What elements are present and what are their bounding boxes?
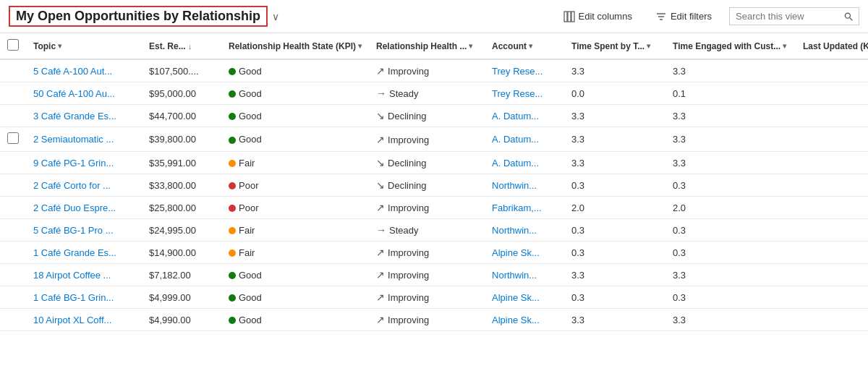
topic-link[interactable]: 18 Airpot Coffee ... <box>33 270 111 281</box>
time-spent-value: 0.3 <box>564 174 665 197</box>
th-time-spent-label: Time Spent by T... <box>571 41 644 51</box>
trend-arrow-icon: → <box>376 224 386 236</box>
trend-arrow-icon: ↗ <box>376 314 385 325</box>
select-all-checkbox[interactable] <box>7 39 19 51</box>
svg-rect-1 <box>568 12 571 22</box>
revenue-value: $44,700.00 <box>142 105 221 127</box>
time-engaged-value: 3.3 <box>665 264 796 286</box>
topic-link[interactable]: 9 Café PG-1 Grin... <box>33 158 114 168</box>
time-engaged-value: 3.3 <box>665 127 796 152</box>
time-spent-value: 3.3 <box>564 152 665 174</box>
header-right: Edit columns Edit filters <box>558 7 860 25</box>
table-row: 2 Café Corto for ...$33,800.00Poor↘Decli… <box>0 174 868 197</box>
th-health-trend[interactable]: Relationship Health ... ▾ <box>369 33 485 59</box>
health-state-cell: Poor <box>221 197 369 219</box>
health-dot-icon <box>229 317 236 324</box>
last-updated-value <box>796 242 868 264</box>
th-health-state[interactable]: Relationship Health State (KPI) ▾ <box>221 33 369 59</box>
topic-link[interactable]: 2 Café Corto for ... <box>33 180 111 191</box>
topic-link[interactable]: 2 Café Duo Espre... <box>33 202 116 213</box>
health-state-text: Poor <box>239 202 258 213</box>
th-revenue-label: Est. Re... <box>149 41 186 51</box>
health-state-text: Poor <box>239 180 258 191</box>
health-state-cell: Fair <box>221 242 369 264</box>
search-box[interactable] <box>729 7 859 25</box>
trend-arrow-icon: ↗ <box>376 134 385 145</box>
health-state-cell: Good <box>221 286 369 309</box>
health-trend-cell: →Steady <box>369 82 485 105</box>
topic-link[interactable]: 3 Café Grande Es... <box>33 111 116 121</box>
health-trend-text: Improving <box>388 135 429 145</box>
th-revenue[interactable]: Est. Re... ↓ <box>142 33 221 59</box>
header-left: My Open Opportunities by Relationship ∨ <box>9 6 279 27</box>
th-time-spent-filter-icon: ▾ <box>647 42 650 50</box>
health-state-text: Good <box>239 88 262 99</box>
page-title: My Open Opportunities by Relationship <box>9 6 268 27</box>
time-spent-value: 0.3 <box>564 242 665 264</box>
account-link[interactable]: Northwin... <box>492 225 537 236</box>
account-link[interactable]: Northwin... <box>492 180 537 191</box>
topic-link[interactable]: 1 Café BG-1 Grin... <box>33 292 114 303</box>
account-link[interactable]: A. Datum... <box>492 158 539 168</box>
th-last-updated[interactable]: Last Updated (KPI) ▾ <box>796 33 868 59</box>
health-dot-icon <box>229 90 236 98</box>
health-trend-text: Declining <box>388 111 426 121</box>
topic-link[interactable]: 1 Café Grande Es... <box>33 247 116 258</box>
health-dot-icon <box>229 272 236 279</box>
account-link[interactable]: A. Datum... <box>492 111 539 121</box>
health-dot-icon <box>229 113 236 120</box>
account-link[interactable]: Alpine Sk... <box>492 292 540 303</box>
last-updated-value <box>796 127 868 152</box>
th-account[interactable]: Account ▾ <box>485 33 564 59</box>
topic-link[interactable]: 10 Airpot XL Coff... <box>33 315 111 325</box>
row-checkbox[interactable] <box>7 132 19 144</box>
health-dot-icon <box>229 68 236 75</box>
health-trend-cell: ↗Improving <box>369 242 485 264</box>
search-input[interactable] <box>736 11 840 22</box>
time-engaged-value: 0.3 <box>665 242 796 264</box>
th-time-engaged[interactable]: Time Engaged with Cust... ▾ <box>665 33 796 59</box>
health-state-text: Good <box>239 66 262 77</box>
health-trend-cell: ↗Improving <box>369 197 485 219</box>
account-link[interactable]: Alpine Sk... <box>492 247 540 258</box>
time-spent-value: 3.3 <box>564 59 665 82</box>
title-chevron-icon[interactable]: ∨ <box>272 11 279 22</box>
table-row: 18 Airpot Coffee ...$7,182.00Good↗Improv… <box>0 264 868 286</box>
account-link[interactable]: A. Datum... <box>492 134 539 145</box>
topic-link[interactable]: 50 Café A-100 Au... <box>33 88 115 99</box>
th-topic-label: Topic <box>33 41 56 51</box>
health-state-text: Fair <box>239 158 255 168</box>
table-row: 1 Café BG-1 Grin...$4,999.00Good↗Improvi… <box>0 286 868 309</box>
topic-link[interactable]: 5 Café A-100 Aut... <box>33 66 112 77</box>
th-health-trend-label: Relationship Health ... <box>376 41 467 51</box>
health-dot-icon <box>229 182 236 189</box>
health-trend-text: Declining <box>388 180 426 191</box>
health-dot-icon <box>229 294 236 302</box>
topic-link[interactable]: 2 Semiautomatic ... <box>33 134 114 145</box>
last-updated-value <box>796 309 868 331</box>
th-account-filter-icon: ▾ <box>529 42 532 50</box>
health-state-cell: Good <box>221 59 369 82</box>
table-row: 9 Café PG-1 Grin...$35,991.00Fair↘Declin… <box>0 152 868 174</box>
edit-columns-button[interactable]: Edit columns <box>558 8 638 25</box>
account-link[interactable]: Trey Rese... <box>492 66 542 77</box>
last-updated-value <box>796 197 868 219</box>
time-spent-value: 3.3 <box>564 127 665 152</box>
health-state-text: Good <box>239 292 262 303</box>
topic-link[interactable]: 5 Café BG-1 Pro ... <box>33 225 114 236</box>
page-header: My Open Opportunities by Relationship ∨ … <box>0 0 868 33</box>
account-link[interactable]: Fabrikam,... <box>492 202 542 213</box>
health-dot-icon <box>229 227 236 234</box>
th-topic[interactable]: Topic ▾ <box>26 33 142 59</box>
edit-filters-button[interactable]: Edit filters <box>650 8 718 25</box>
health-state-text: Fair <box>239 225 255 236</box>
svg-point-6 <box>845 13 850 18</box>
health-trend-cell: ↗Improving <box>369 264 485 286</box>
th-time-spent[interactable]: Time Spent by T... ▾ <box>564 33 665 59</box>
account-link[interactable]: Northwin... <box>492 270 537 281</box>
health-trend-text: Improving <box>388 292 429 303</box>
account-link[interactable]: Alpine Sk... <box>492 315 540 325</box>
svg-line-7 <box>850 17 853 20</box>
time-spent-value: 0.3 <box>564 219 665 242</box>
account-link[interactable]: Trey Rese... <box>492 88 542 99</box>
